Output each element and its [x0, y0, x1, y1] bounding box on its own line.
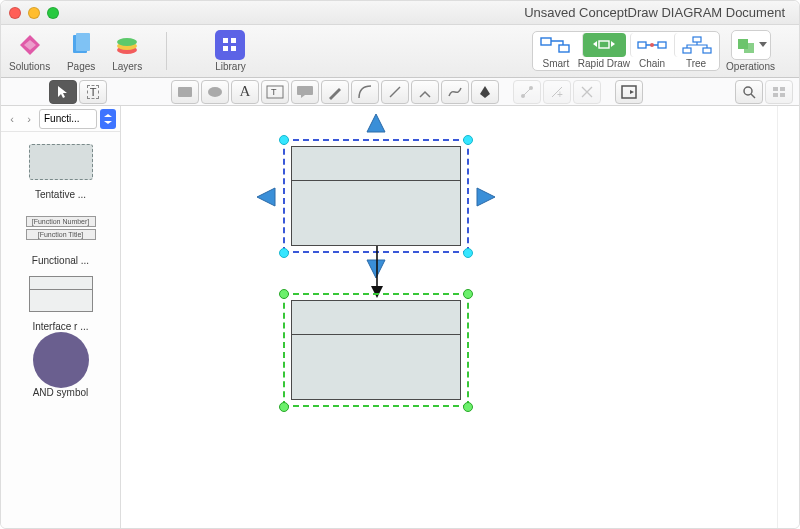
connector-arrow[interactable] — [371, 246, 383, 300]
selection-box-top — [283, 139, 469, 253]
fountain-pen-tool[interactable] — [471, 80, 499, 104]
shape-toolbar: T A T + — [1, 78, 799, 106]
spline-tool[interactable] — [441, 80, 469, 104]
svg-rect-8 — [231, 38, 236, 43]
toolbar-solutions[interactable]: Solutions — [9, 30, 50, 72]
thumbnail-toggle[interactable] — [765, 80, 793, 104]
handle-icon[interactable] — [463, 135, 473, 145]
rapid-arrow-right-icon[interactable] — [475, 186, 497, 208]
shape-label: Functional ... — [32, 255, 89, 266]
toolbar-layers[interactable]: Layers — [112, 30, 142, 72]
shape-interface[interactable]: Interface r ... — [1, 272, 120, 332]
svg-marker-51 — [477, 188, 495, 206]
svg-marker-39 — [630, 90, 634, 94]
svg-marker-23 — [759, 42, 767, 47]
callout-shape[interactable] — [291, 80, 319, 104]
svg-rect-16 — [638, 42, 646, 48]
toolbar-chain[interactable]: Chain — [630, 33, 674, 69]
svg-text:+: + — [557, 89, 563, 100]
svg-rect-12 — [559, 45, 569, 52]
textbox-shape[interactable]: T — [261, 80, 289, 104]
ellipse-shape[interactable] — [201, 80, 229, 104]
zoom-window-button[interactable] — [47, 7, 59, 19]
toolbar-rapid-draw[interactable]: Rapid Draw — [578, 33, 630, 69]
toolbar-label: Smart — [542, 58, 569, 69]
nav-prev[interactable]: ‹ — [5, 110, 19, 128]
svg-rect-7 — [223, 38, 228, 43]
svg-line-31 — [390, 87, 400, 97]
svg-marker-48 — [367, 114, 385, 132]
handle-icon[interactable] — [463, 402, 473, 412]
svg-rect-10 — [231, 46, 236, 51]
svg-marker-32 — [480, 86, 490, 98]
handle-icon[interactable] — [463, 289, 473, 299]
svg-point-26 — [208, 87, 222, 97]
svg-marker-14 — [593, 41, 597, 47]
handle-icon[interactable] — [279, 135, 289, 145]
svg-rect-21 — [683, 48, 691, 53]
toolbar-label: Rapid Draw — [578, 58, 630, 69]
arc-tool[interactable] — [351, 80, 379, 104]
minimize-window-button[interactable] — [28, 7, 40, 19]
library-selector-label: Functi... — [44, 113, 80, 124]
nav-next[interactable]: › — [22, 110, 36, 128]
library-sidebar: ‹ › Functi... Tentative ... [Function Nu… — [1, 106, 121, 529]
toolbar-connect-modes: Smart Rapid Draw Chain Tree — [532, 31, 720, 71]
connector-tool[interactable] — [411, 80, 439, 104]
close-window-button[interactable] — [9, 7, 21, 19]
rapid-arrow-left-icon[interactable] — [255, 186, 277, 208]
svg-rect-11 — [541, 38, 551, 45]
library-selector[interactable]: Functi... — [39, 109, 97, 129]
shape-and-symbol[interactable]: AND symbol — [1, 338, 120, 398]
handle-icon[interactable] — [279, 248, 289, 258]
svg-rect-43 — [780, 87, 785, 91]
svg-point-6 — [117, 38, 137, 46]
toolbar-tree[interactable]: Tree — [674, 33, 718, 69]
toolbar-label: Solutions — [9, 61, 50, 72]
svg-point-40 — [744, 87, 752, 95]
container-tool[interactable] — [615, 80, 643, 104]
library-dropdown[interactable] — [100, 109, 116, 129]
svg-rect-20 — [693, 37, 701, 42]
window-titlebar: Unsaved ConceptDraw DIAGRAM Document — [1, 1, 799, 25]
toolbar-label: Layers — [112, 61, 142, 72]
window-title: Unsaved ConceptDraw DIAGRAM Document — [66, 5, 791, 20]
drawing-canvas[interactable] — [121, 106, 799, 529]
svg-line-41 — [751, 94, 755, 98]
toolbar-label: Pages — [67, 61, 95, 72]
search-icon[interactable] — [735, 80, 763, 104]
pointer-tool[interactable] — [49, 80, 77, 104]
toolbar-label: Chain — [639, 58, 665, 69]
svg-marker-47 — [104, 121, 112, 124]
pen-tool[interactable] — [321, 80, 349, 104]
handle-icon[interactable] — [279, 402, 289, 412]
svg-marker-15 — [611, 41, 615, 47]
svg-point-19 — [650, 43, 654, 47]
cut-tool[interactable] — [573, 80, 601, 104]
handle-icon[interactable] — [463, 248, 473, 258]
svg-line-35 — [523, 88, 531, 96]
toolbar-library[interactable]: Library — [215, 30, 246, 72]
handle-icon[interactable] — [279, 289, 289, 299]
edit-points-tool[interactable] — [513, 80, 541, 104]
svg-marker-30 — [301, 95, 305, 98]
svg-marker-24 — [58, 86, 67, 98]
shape-label: Tentative ... — [35, 189, 86, 200]
toolbar-operations[interactable]: Operations — [726, 30, 775, 72]
svg-rect-25 — [178, 87, 192, 97]
chevron-down-icon — [759, 41, 767, 49]
toolbar-smart[interactable]: Smart — [534, 33, 578, 69]
shape-functional[interactable]: [Function Number] [Function Title] Funct… — [1, 206, 120, 266]
toolbar-label: Library — [215, 61, 246, 72]
toolbar-pages[interactable]: Pages — [66, 30, 96, 72]
svg-rect-22 — [703, 48, 711, 53]
add-point-tool[interactable]: + — [543, 80, 571, 104]
line-tool[interactable] — [381, 80, 409, 104]
shape-tentative[interactable]: Tentative ... — [1, 140, 120, 200]
text-tool[interactable]: T — [79, 80, 107, 104]
svg-rect-42 — [773, 87, 778, 91]
svg-rect-9 — [223, 46, 228, 51]
text-shape[interactable]: A — [231, 80, 259, 104]
rapid-arrow-up-icon[interactable] — [365, 112, 387, 134]
rectangle-shape[interactable] — [171, 80, 199, 104]
